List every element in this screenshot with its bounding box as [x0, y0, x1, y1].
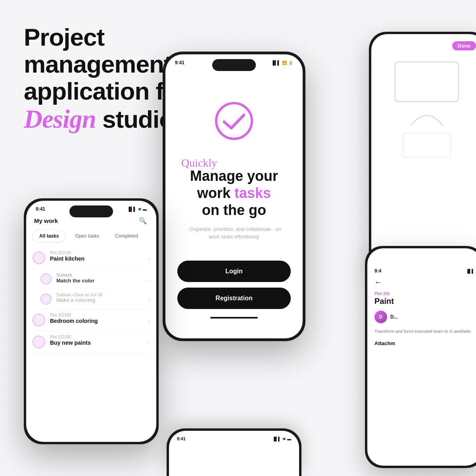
svg-rect-1: [395, 62, 459, 102]
detail-task-title: Paint: [374, 297, 474, 306]
task-text: Plot 202185 Paint kitchen: [50, 251, 148, 262]
detail-description: Transform and funct executed team to cl …: [374, 328, 474, 335]
wifi-icon: 📶: [282, 61, 287, 65]
subtask-done-title: Make a coloring: [56, 297, 148, 303]
task-items-list: Plot 202185 Paint kitchen › Subtask: [26, 247, 156, 442]
task-item[interactable]: Plot 202185 Buy new paints ›: [33, 331, 150, 353]
signal-icon-left: ▐▌▌: [127, 207, 136, 211]
detail-avatar-row: D D...: [374, 311, 474, 323]
battery-icon: 🔋: [288, 61, 293, 65]
login-button[interactable]: Login: [177, 261, 291, 282]
home-indicator: [210, 317, 258, 319]
wifi-icon-left: ≋: [138, 207, 141, 211]
task-circle: [33, 251, 45, 264]
wifi-icon-bottom: ≋: [282, 437, 286, 441]
task-text: Plot 202185 Buy new paints: [50, 335, 148, 346]
chevron-icon: ›: [148, 256, 150, 262]
detail-project-label: Plot 202: [374, 292, 474, 296]
app-logo: [214, 101, 254, 141]
chevron-icon: ›: [148, 318, 150, 324]
bottom-status-bar: 9:41 ▐▌▌ ≋ ▬: [177, 435, 291, 443]
task-project: Plot 202185: [50, 313, 148, 317]
design-mockup: [379, 54, 474, 165]
left-phone: 9:41 ▐▌▌ ≋ ▬ My work 🔍 All tasks Open ta…: [24, 198, 159, 444]
signal-icon-detail: ▐▌▌: [466, 269, 474, 273]
my-work-title: My work: [34, 217, 58, 224]
subtask-label: Subtask: [56, 273, 148, 277]
manage-line2: work: [197, 185, 234, 201]
hero-line1: Project: [24, 24, 190, 51]
subtask-done-text: Subtask • Done on Jun 30 Make a coloring: [56, 293, 148, 303]
tab-completed[interactable]: Completed: [109, 230, 144, 242]
task-circle: [33, 314, 45, 326]
battery-icon-bottom: ▬: [287, 437, 291, 441]
battery-icon-left: ▬: [143, 207, 147, 211]
time-left: 9:41: [36, 206, 45, 212]
task-list-content: My work 🔍 All tasks Open tasks Completed…: [26, 212, 156, 442]
detail-avatar: D: [374, 311, 387, 323]
task-text: Plot 202185 Bedroom coloring: [50, 313, 148, 324]
task-circle: [33, 336, 45, 348]
chevron-icon: ›: [148, 277, 150, 283]
task-project: Plot 202185: [50, 335, 148, 339]
right-back-phone: Done: [369, 32, 476, 270]
time-bottom: 9:41: [177, 436, 186, 441]
subtask-circle: [40, 273, 52, 284]
right-back-content: [371, 34, 476, 175]
task-title: Bedroom coloring: [50, 318, 148, 324]
detail-content: 9:4 ▐▌▌ ← Plot 202 Paint D D... Transfor…: [367, 248, 476, 353]
signal-icon: ▐▌▌: [271, 60, 280, 65]
center-phone: 9:41 ▐▌▌ 📶 🔋 Quickly Manage your: [163, 52, 305, 341]
bottom-phone: 9:41 ▐▌▌ ≋ ▬: [167, 428, 301, 476]
subtask-item[interactable]: Subtask Match the color ›: [40, 269, 150, 289]
right-detail-phone: 9:4 ▐▌▌ ← Plot 202 Paint D D... Transfor…: [365, 246, 476, 468]
subtask-text: Subtask Match the color: [56, 273, 148, 284]
status-bar-detail: 9:4 ▐▌▌: [374, 268, 474, 278]
svg-point-0: [216, 103, 252, 139]
subtask-circle-done: ✓: [40, 294, 52, 305]
time-detail: 9:4: [374, 268, 381, 274]
done-badge: Done: [452, 41, 476, 50]
task-project: Plot 202185: [50, 251, 148, 255]
chevron-icon: ›: [148, 340, 150, 346]
detail-attachments-label: Attachm: [374, 340, 474, 346]
design-word: Design: [24, 105, 96, 133]
manage-subtitle: · Organize, prioritize, and collaborate …: [177, 225, 291, 241]
onboarding-content: Quickly Manage your work tasks on the go…: [165, 65, 303, 338]
subtask-title: Match the color: [56, 278, 148, 284]
time-center: 9:41: [175, 60, 184, 65]
tab-all-tasks[interactable]: All tasks: [33, 230, 65, 242]
phone-notch: [212, 59, 256, 71]
search-button[interactable]: 🔍: [137, 215, 148, 226]
svg-rect-2: [403, 133, 451, 157]
task-title: Paint kitchen: [50, 255, 148, 262]
manage-title: Manage your work tasks on the go: [190, 167, 278, 219]
task-item[interactable]: Plot 202185 Bedroom coloring ›: [33, 309, 150, 331]
detail-assignee: D...: [390, 314, 398, 320]
task-item[interactable]: Plot 202185 Paint kitchen ›: [33, 247, 150, 269]
tab-open-tasks[interactable]: Open tasks: [69, 230, 106, 242]
chevron-icon: ›: [148, 297, 150, 303]
tasks-word: tasks: [234, 185, 271, 201]
signal-icon-bottom: ▐▌▌: [273, 437, 281, 441]
manage-line3: on the go: [202, 202, 266, 218]
subtask-done-label: Subtask • Done on Jun 30: [56, 293, 148, 297]
manage-line1: Manage your: [190, 168, 278, 184]
subtask-item-done[interactable]: ✓ Subtask • Done on Jun 30 Make a colori…: [40, 289, 150, 309]
phone-notch-left: [69, 205, 113, 217]
task-title: Buy new paints: [50, 340, 148, 346]
back-button[interactable]: ←: [374, 278, 474, 287]
tab-bar: All tasks Open tasks Completed: [26, 230, 156, 247]
registration-button[interactable]: Registration: [177, 288, 291, 309]
